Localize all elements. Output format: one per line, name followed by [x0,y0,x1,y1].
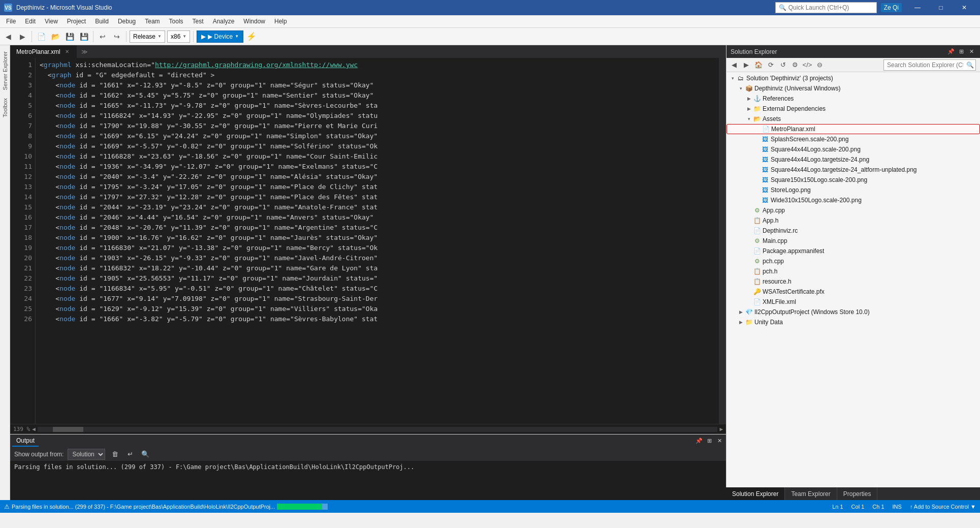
output-find-button[interactable]: 🔍 [140,449,151,460]
code-content[interactable]: <graphml xsi:schemaLocation="http://grap… [36,58,726,424]
menu-project[interactable]: Project [63,16,90,27]
menu-team[interactable]: Team [141,16,164,27]
menu-tools[interactable]: Tools [165,16,187,27]
platform-dropdown[interactable]: x86 ▼ [167,30,190,43]
server-explorer-tab[interactable]: Server Explorer [1,47,9,94]
attach-button[interactable]: ⚡ [245,30,258,43]
output-dock-button[interactable]: ⊞ [705,437,714,446]
add-source-control[interactable]: ↑ Add to Source Control ▼ [910,504,976,510]
references-expander[interactable]: ▶ [745,95,753,103]
menu-file[interactable]: File [2,16,20,27]
menu-window[interactable]: Window [239,16,269,27]
se-filter-button[interactable]: ⊖ [814,59,825,71]
tree-storelogo[interactable]: 🖼 StoreLogo.png [726,185,980,195]
tree-sq44-24-alt[interactable]: 🖼 Square44x44Logo.targetsize-24_altform-… [726,165,980,175]
minimize-button[interactable]: — [906,0,929,15]
se-back-button[interactable]: ◀ [729,59,740,71]
il2cpp-expander[interactable]: ▶ [737,308,745,316]
tree-wide310[interactable]: 🖼 Wide310x150Logo.scale-200.png [726,195,980,205]
tree-external-deps[interactable]: ▶ 📁 External Dependencies [726,104,980,114]
tree-unity-data[interactable]: ▶ 📁 Unity Data [726,317,980,327]
quick-launch-box[interactable]: 🔍 [775,2,877,13]
menu-build[interactable]: Build [91,16,113,27]
new-tab-button[interactable]: ≫ [77,45,92,58]
save-all-button[interactable]: 💾 [78,30,90,43]
tree-resource-h[interactable]: 📋 resource.h [726,276,980,287]
tree-depthinviz-rc[interactable]: 📄 Depthinviz.rc [726,226,980,236]
save-button[interactable]: 💾 [64,30,76,43]
tree-project-depthinviz[interactable]: ▾ 📦 Depthinviz (Universal Windows) [726,83,980,94]
scrollbar-thumb[interactable] [53,427,83,432]
tree-sq44-200[interactable]: 🖼 Square44x44Logo.scale-200.png [726,144,980,154]
menu-analyze[interactable]: Analyze [209,16,239,27]
tree-xmlfile[interactable]: 📄 XMLFile.xml [726,297,980,307]
output-close-button[interactable]: ✕ [715,437,724,446]
menu-edit[interactable]: Edit [21,16,40,27]
se-title: Solution Explorer [731,48,777,55]
tree-app-cpp[interactable]: ⚙ App.cpp [726,205,980,215]
se-bottom-tab-solution[interactable]: Solution Explorer [726,487,785,500]
se-sync-button[interactable]: ⟳ [765,59,776,71]
menu-help[interactable]: Help [270,16,291,27]
output-clear-button[interactable]: 🗑 [109,449,120,460]
output-source-select[interactable]: Solution [68,449,105,460]
tab-close-button[interactable]: ✕ [64,48,71,55]
tree-metroplanar-xml[interactable]: 📄 MetroPlanar.xml [726,124,980,134]
scroll-right-button[interactable]: ▶ [719,426,723,432]
toolbox-tab[interactable]: Toolbox [1,94,9,121]
output-pin-button[interactable]: 📌 [694,437,704,446]
menu-debug[interactable]: Debug [114,16,140,27]
new-project-button[interactable]: 📄 [35,30,47,43]
redo-button[interactable]: ↪ [111,30,123,43]
tree-sq150[interactable]: 🖼 Square150x150Logo.scale-200.png [726,175,980,185]
tree-main-cpp[interactable]: ⚙ Main.cpp [726,236,980,246]
tree-package[interactable]: 📄 Package.appxmanifest [726,246,980,256]
tree-app-h[interactable]: 📋 App.h [726,215,980,226]
ext-deps-expander[interactable]: ▶ [745,105,753,113]
se-bottom-tab-properties[interactable]: Properties [837,487,878,500]
config-dropdown[interactable]: Release ▼ [130,30,165,43]
menu-view[interactable]: View [41,16,62,27]
code-line-5: <node id = "1665" x="-11.73" y="-9.78" z… [40,101,722,111]
assets-expander[interactable]: ▾ [745,115,753,123]
quick-launch-input[interactable] [788,4,873,11]
back-button[interactable]: ◀ [2,30,14,43]
tree-references[interactable]: ▶ ⚓ References [726,94,980,104]
forward-button[interactable]: ▶ [16,30,28,43]
solution-expander[interactable]: ▾ [729,74,737,82]
depthinviz-expander[interactable]: ▾ [737,84,745,92]
separator-2 [93,31,93,42]
se-home-button[interactable]: 🏠 [753,59,764,71]
tree-il2cpp-project[interactable]: ▶ 💎 Il2CppOutputProject (Windows Store 1… [726,307,980,317]
output-tab[interactable]: Output [12,436,39,447]
se-search-input[interactable] [883,59,976,71]
se-properties-button[interactable]: ⚙ [789,59,801,71]
tree-wsa-cert[interactable]: 🔑 WSATestCertificate.pfx [726,287,980,297]
se-view-code-button[interactable]: </> [802,59,813,71]
menu-test[interactable]: Test [188,16,208,27]
maximize-button[interactable]: □ [929,0,953,15]
scroll-bar[interactable] [719,58,726,424]
undo-button[interactable]: ↩ [97,30,109,43]
tree-sq44-24[interactable]: 🖼 Square44x44Logo.targetsize-24.png [726,154,980,165]
unity-expander[interactable]: ▶ [737,318,745,326]
tree-splashscreen[interactable]: 🖼 SplashScreen.scale-200.png [726,134,980,144]
run-dropdown[interactable]: ▶ ▶ Device ▼ [197,30,243,43]
se-dock-button[interactable]: ⊞ [957,47,966,56]
code-editor: 1234567891011121314151617181920212223242… [10,58,726,424]
tree-assets-folder[interactable]: ▾ 📂 Assets [726,114,980,124]
tree-pch-cpp[interactable]: ⚙ pch.cpp [726,256,980,266]
close-button[interactable]: ✕ [953,0,976,15]
se-forward-button[interactable]: ▶ [741,59,752,71]
se-bottom-tab-team[interactable]: Team Explorer [785,487,837,500]
horizontal-scrollbar[interactable] [38,427,718,432]
tree-solution-node[interactable]: ▾ 🗂 Solution 'Depthinviz' (3 projects) [726,73,980,83]
se-refresh-button[interactable]: ↺ [777,59,788,71]
open-button[interactable]: 📂 [49,30,61,43]
se-close-button[interactable]: ✕ [967,47,976,56]
editor-tab-metroplanar[interactable]: MetroPlanar.xml ✕ [10,45,77,58]
tree-pch-h[interactable]: 📋 pch.h [726,266,980,276]
output-word-wrap-button[interactable]: ↵ [124,449,136,460]
se-pin-button[interactable]: 📌 [946,47,956,56]
scroll-left-button[interactable]: ◀ [32,426,36,432]
